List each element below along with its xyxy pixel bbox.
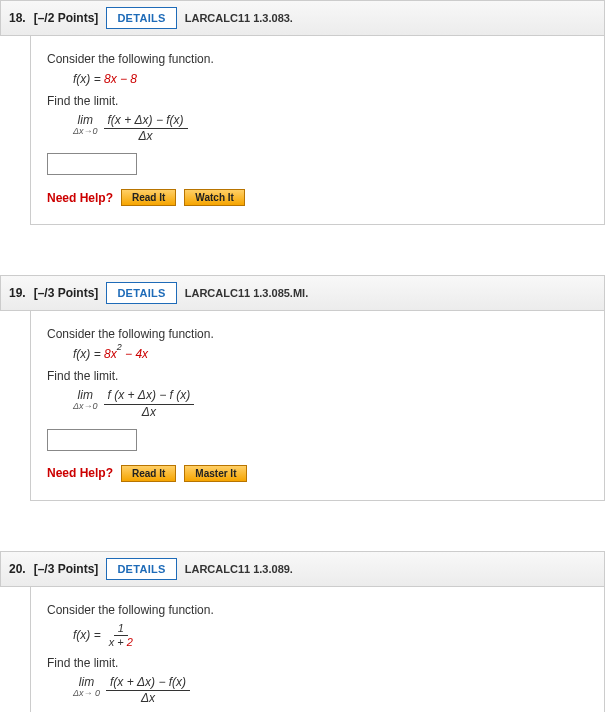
question-source: LARCALC11 1.3.083. [185,12,293,24]
fraction-numerator: f(x + Δx) − f(x) [106,676,190,691]
find-text: Find the limit. [47,369,588,383]
question-number: 19. [9,286,26,300]
question-source: LARCALC11 1.3.085.MI. [185,287,308,299]
question-number: 20. [9,562,26,576]
question-18: 18. [–/2 Points] DETAILS LARCALC11 1.3.0… [0,0,605,225]
find-text: Find the limit. [47,656,588,670]
question-body: Consider the following function. f(x) = … [30,36,605,225]
question-header: 20. [–/3 Points] DETAILS LARCALC11 1.3.0… [0,551,605,587]
question-points: [–/3 Points] [34,286,99,300]
help-row: Need Help? Read It Watch It [47,189,588,206]
lim-subscript: Δx→ 0 [73,689,100,698]
inline-fraction: 1 x + 2 [105,623,137,648]
lim-subscript: Δx→0 [73,127,98,136]
question-header: 18. [–/2 Points] DETAILS LARCALC11 1.3.0… [0,0,605,36]
func-exponent: 2 [117,342,122,352]
details-button[interactable]: DETAILS [106,558,176,580]
lim-operator: lim Δx→0 [73,114,98,136]
lim-label: lim [78,389,93,401]
fraction: f(x + Δx) − f(x) Δx [104,114,188,143]
func-prefix: f(x) = [73,347,104,361]
func-expr-b: − 4x [122,347,148,361]
limit-expression: lim Δx→0 f(x + Δx) − f(x) Δx [73,114,588,143]
question-20: 20. [–/3 Points] DETAILS LARCALC11 1.3.0… [0,551,605,712]
function-definition: f(x) = 1 x + 2 [73,623,588,648]
lim-label: lim [79,676,94,688]
fraction-numerator: f (x + Δx) − f (x) [104,389,195,404]
read-it-button[interactable]: Read It [121,189,176,206]
answer-input[interactable] [47,153,137,175]
need-help-label: Need Help? [47,466,113,480]
fraction: f(x + Δx) − f(x) Δx [106,676,190,705]
question-points: [–/2 Points] [34,11,99,25]
limit-expression: lim Δx→0 f (x + Δx) − f (x) Δx [73,389,588,418]
fraction: f (x + Δx) − f (x) Δx [104,389,195,418]
inline-frac-den: x + 2 [105,636,137,648]
master-it-button[interactable]: Master It [184,465,247,482]
func-prefix: f(x) = [73,72,104,86]
question-19: 19. [–/3 Points] DETAILS LARCALC11 1.3.0… [0,275,605,500]
read-it-button[interactable]: Read It [121,465,176,482]
lim-label: lim [78,114,93,126]
lim-operator: lim Δx→0 [73,389,98,411]
question-body: Consider the following function. f(x) = … [30,587,605,712]
inline-frac-num: 1 [114,623,128,636]
fraction-denominator: Δx [135,129,157,143]
find-text: Find the limit. [47,94,588,108]
details-button[interactable]: DETAILS [106,282,176,304]
question-header: 19. [–/3 Points] DETAILS LARCALC11 1.3.0… [0,275,605,311]
func-expression: 8x − 8 [104,72,137,86]
question-source: LARCALC11 1.3.089. [185,563,293,575]
watch-it-button[interactable]: Watch It [184,189,245,206]
function-definition: f(x) = 8x2 − 4x [73,347,588,361]
prompt-text: Consider the following function. [47,327,588,341]
prompt-text: Consider the following function. [47,52,588,66]
lim-subscript: Δx→0 [73,402,98,411]
fraction-numerator: f(x + Δx) − f(x) [104,114,188,129]
prompt-text: Consider the following function. [47,603,588,617]
fraction-denominator: Δx [138,405,160,419]
question-body: Consider the following function. f(x) = … [30,311,605,500]
answer-input[interactable] [47,429,137,451]
func-prefix: f(x) = [73,628,101,642]
limit-expression: lim Δx→ 0 f(x + Δx) − f(x) Δx [73,676,588,705]
func-expr-a: 8x [104,347,117,361]
fraction-denominator: Δx [137,691,159,705]
details-button[interactable]: DETAILS [106,7,176,29]
need-help-label: Need Help? [47,191,113,205]
question-points: [–/3 Points] [34,562,99,576]
function-definition: f(x) = 8x − 8 [73,72,588,86]
lim-operator: lim Δx→ 0 [73,676,100,698]
question-number: 18. [9,11,26,25]
help-row: Need Help? Read It Master It [47,465,588,482]
